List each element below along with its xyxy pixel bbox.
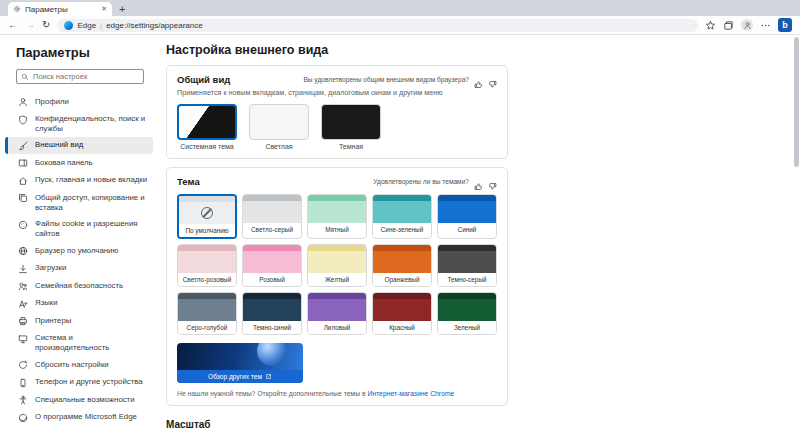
sidebar-item-label: О программе Microsoft Edge — [35, 412, 137, 422]
settings-main: Настройка внешнего вида Общий вид Вы удо… — [158, 35, 800, 433]
appearance-option-label: Темная — [321, 143, 381, 150]
sidebar-item[interactable]: Браузер по умолчанию — [5, 242, 153, 260]
sidebar-item[interactable]: Телефон и другие устройства — [5, 374, 153, 392]
sidebar-item[interactable]: Семейная безопасность — [5, 277, 153, 295]
address-bar[interactable]: Edge | edge://settings/appearance — [57, 19, 698, 32]
thumbs-down-button[interactable] — [488, 75, 497, 84]
browse-themes-label: Обзор других тем — [208, 373, 262, 380]
swatch-label: Мятный — [308, 223, 366, 236]
back-button[interactable]: ← — [8, 20, 18, 30]
theme-swatch[interactable]: Розовый — [242, 244, 302, 287]
theme-swatch[interactable]: Зеленый — [437, 292, 497, 335]
sidebar-item-label: Сбросить настройки — [35, 360, 109, 370]
settings-search[interactable] — [16, 69, 144, 84]
theme-swatch[interactable]: Красный — [372, 292, 432, 335]
sidebar-item[interactable]: Файлы cookie и разрешения сайтов — [5, 216, 153, 242]
favorites-star-icon[interactable] — [705, 20, 716, 31]
address-separator: | — [100, 21, 102, 30]
theme-grid: По умолчаниюСветло-серыйМятныйСине-зелен… — [177, 194, 497, 335]
appearance-icon — [18, 141, 28, 151]
theme-card: Тема Удовлетворены ли вы темами? По умол… — [166, 167, 508, 406]
tab-close-icon[interactable]: ✕ — [101, 5, 107, 13]
sidebar-item-label: Конфиденциальность, поиск и службы — [35, 114, 149, 133]
new-tab-button[interactable]: + — [119, 3, 125, 15]
swatch-body-color — [373, 201, 431, 223]
appearance-option[interactable]: Светлая — [249, 104, 309, 150]
sidebar-item[interactable]: Конфиденциальность, поиск и службы — [5, 111, 153, 137]
language-icon — [18, 299, 28, 309]
sidebar-title: Параметры — [16, 45, 158, 60]
tab-settings[interactable]: Параметры ✕ — [8, 2, 112, 16]
swatch-body-color — [308, 251, 366, 273]
theme-swatch[interactable]: Оранжевый — [372, 244, 432, 287]
edge-icon — [18, 413, 28, 423]
sidebar-item[interactable]: Профили — [5, 93, 153, 111]
settings-gear-icon — [13, 5, 21, 13]
theme-swatch[interactable]: Желтый — [307, 244, 367, 287]
reset-icon — [18, 360, 28, 370]
appearance-options: Системная темаСветлаяТемная — [177, 104, 497, 150]
sidebar-item[interactable]: Боковая панель — [5, 154, 153, 172]
sidebar-item[interactable]: Сбросить настройки — [5, 356, 153, 374]
theme-swatch[interactable]: Темно-серый — [437, 244, 497, 287]
thumbs-down-button[interactable] — [488, 177, 497, 186]
sidebar-item[interactable]: Пуск, главная и новые вкладки — [5, 172, 153, 190]
appearance-option-preview — [249, 104, 309, 140]
home-icon — [18, 176, 28, 186]
address-url: edge://settings/appearance — [106, 21, 203, 30]
avatar-person-icon — [743, 21, 752, 30]
swatch-label: Серо-голубой — [178, 321, 236, 334]
more-menu-icon[interactable] — [760, 20, 771, 31]
swatch-label: Зеленый — [438, 321, 496, 334]
sidebar-item[interactable]: О программе Microsoft Edge — [5, 409, 153, 427]
page-scrollbar[interactable] — [794, 35, 799, 433]
appearance-option[interactable]: Системная тема — [177, 104, 237, 150]
sidebar-item[interactable]: Внешний вид — [5, 137, 153, 155]
appearance-option-preview — [321, 104, 381, 140]
sidebar-item[interactable]: Общий доступ, копирование и вставка — [5, 189, 153, 215]
refresh-button[interactable]: ↻ — [42, 20, 50, 30]
swatch-label: Темно-серый — [438, 273, 496, 286]
browser-icon — [18, 246, 28, 256]
profile-avatar[interactable] — [741, 19, 753, 31]
sidebar-item-label: Телефон и другие устройства — [35, 377, 143, 387]
theme-swatch[interactable]: Мятный — [307, 194, 367, 239]
scrollbar-thumb[interactable] — [794, 37, 799, 167]
theme-swatch[interactable]: Серо-голубой — [177, 292, 237, 335]
swatch-label: Оранжевый — [373, 273, 431, 286]
theme-swatch[interactable]: Темно-синий — [242, 292, 302, 335]
sidebar-icon — [18, 158, 28, 168]
theme-swatch[interactable]: Синий — [437, 194, 497, 239]
swatch-body-color — [243, 299, 301, 321]
settings-sidebar: Параметры ПрофилиКонфиденциальность, пои… — [0, 35, 158, 433]
swatch-label: Светло-серый — [243, 223, 301, 236]
theme-swatch[interactable]: Светло-серый — [242, 194, 302, 239]
theme-swatch[interactable]: По умолчанию — [177, 194, 237, 239]
sidebar-item-label: Система и производительность — [35, 333, 149, 352]
sidebar-item-label: Общий доступ, копирование и вставка — [35, 193, 149, 212]
search-icon — [21, 73, 29, 81]
forward-button[interactable]: → — [25, 20, 35, 30]
theme-swatch[interactable]: Светло-розовый — [177, 244, 237, 287]
chrome-store-link[interactable]: Интернет-магазине Chrome — [367, 390, 454, 397]
theme-swatch[interactable]: Лиловый — [307, 292, 367, 335]
browse-themes-button[interactable]: Обзор других тем — [177, 370, 303, 383]
sidebar-item[interactable]: Принтеры — [5, 312, 153, 330]
swatch-label: По умолчанию — [179, 224, 235, 237]
swatch-label: Розовый — [243, 273, 301, 286]
theme-swatch[interactable]: Сине-зеленый — [372, 194, 432, 239]
sidebar-item-label: Принтеры — [35, 316, 71, 326]
thumbs-up-button[interactable] — [474, 75, 483, 84]
sidebar-item[interactable]: Специальные возможности — [5, 391, 153, 409]
browse-themes-banner[interactable]: Обзор других тем — [177, 343, 303, 383]
search-input[interactable] — [33, 72, 139, 81]
appearance-option[interactable]: Темная — [321, 104, 381, 150]
sidebar-item[interactable]: Загрузки — [5, 260, 153, 278]
collections-icon[interactable] — [723, 20, 734, 31]
thumbs-up-button[interactable] — [474, 177, 483, 186]
sidebar-item[interactable]: Система и производительность — [5, 330, 153, 356]
swatch-body-color — [373, 299, 431, 321]
sidebar-item[interactable]: Языки — [5, 295, 153, 313]
bing-button[interactable]: b — [778, 18, 792, 32]
system-icon — [18, 334, 28, 344]
